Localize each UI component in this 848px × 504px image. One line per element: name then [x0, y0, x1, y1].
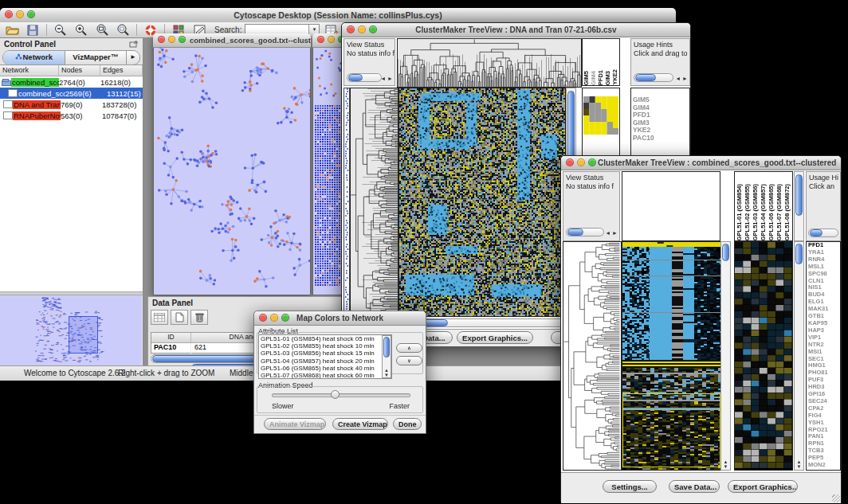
column-label: GIM5	[583, 71, 590, 85]
scroll-thumb[interactable]	[348, 74, 363, 81]
attribute-item[interactable]: GPL51-04 (GSM857) heat shock 20 min	[259, 357, 391, 365]
view-status-title: View Status	[347, 41, 384, 49]
labels-vscrollbar[interactable]	[794, 171, 804, 241]
zoom-in-icon[interactable]	[73, 23, 90, 37]
minimize-icon[interactable]	[270, 314, 278, 322]
create-vizmap-button[interactable]: Create Vizmap	[332, 418, 388, 430]
row-dendrogram[interactable]	[350, 88, 398, 317]
scroll-thumb[interactable]	[722, 244, 729, 261]
attribute-item[interactable]: GPL51-02 (GSM855) heat shock 10 min	[259, 342, 391, 350]
open-folder-icon[interactable]	[3, 23, 21, 37]
scroll-thumb[interactable]	[810, 229, 822, 236]
zoom-window-icon[interactable]	[281, 314, 289, 322]
scroll-thumb[interactable]	[795, 174, 803, 216]
zoom-window-icon[interactable]	[588, 158, 596, 166]
done-button[interactable]: Done	[393, 418, 422, 430]
minimize-icon[interactable]	[577, 158, 585, 166]
attribute-list-scrollbar[interactable]: ▲▼	[382, 335, 391, 378]
zoom-window-icon[interactable]	[179, 36, 186, 43]
heatmap-detail[interactable]	[734, 241, 793, 471]
export-graphics-button[interactable]: Export Graphics...	[457, 331, 533, 344]
col-network[interactable]: Network	[0, 65, 59, 76]
treeview-combined-titlebar[interactable]: ClusterMaker TreeView : combined_scores_…	[561, 156, 841, 170]
tab-overflow-arrow[interactable]: ►	[126, 51, 139, 64]
minimize-icon[interactable]	[16, 10, 24, 18]
close-icon[interactable]	[158, 36, 165, 43]
scroll-thumb[interactable]	[635, 74, 656, 81]
export-graphics-button[interactable]: Export Graphics...	[728, 480, 798, 493]
animate-vizmap-button[interactable]: Animate Vizmap	[264, 418, 326, 430]
main-titlebar[interactable]: Cytoscape Desktop (Session Name: collins…	[0, 8, 676, 23]
scroll-arrows[interactable]: ◄ ►	[605, 230, 618, 236]
table-grid-icon[interactable]	[151, 310, 168, 325]
zoom-window-icon[interactable]	[369, 25, 377, 33]
usage-hints-scrollbar[interactable]	[634, 73, 673, 82]
zoom-window-icon[interactable]	[27, 10, 35, 18]
usage-hints-scrollbar[interactable]	[808, 229, 838, 237]
minimize-icon[interactable]	[168, 36, 175, 43]
scroll-arrows[interactable]: ▲▼	[795, 459, 803, 469]
attribute-item[interactable]: GPL51-03 (GSM856) heat shock 15 min	[259, 350, 391, 357]
save-data-button[interactable]: Save Data...	[669, 480, 720, 493]
settings-button[interactable]: Settings...	[603, 480, 657, 493]
scroll-thumb[interactable]	[567, 229, 583, 236]
attribute-list[interactable]: GPL51-01 (GSM854) heat shock 05 minGPL51…	[258, 334, 392, 379]
attribute-item[interactable]: GPL51-07 (GSM868) heat shock 60 min	[259, 372, 391, 379]
col-edges[interactable]: Edges	[100, 65, 143, 76]
network-row[interactable]: combined_scores_2764(0)16218(0)	[0, 76, 143, 88]
save-icon[interactable]	[24, 23, 41, 37]
birdseye-view[interactable]	[0, 295, 142, 365]
speed-slider-thumb[interactable]	[331, 390, 340, 399]
attribute-item[interactable]: GPL51-01 (GSM854) heat shock 05 min	[259, 335, 391, 342]
minimize-icon[interactable]	[358, 25, 366, 33]
resize-grip[interactable]	[832, 494, 840, 502]
close-icon[interactable]	[347, 25, 355, 33]
zoom-out-icon[interactable]	[52, 23, 69, 37]
gene-label: MON2	[808, 462, 840, 469]
network-row[interactable]: RNAPuberNov2+563(0)107847(0)	[0, 110, 143, 121]
close-icon[interactable]	[259, 314, 267, 322]
attribute-item[interactable]: GPL51-06 (GSM865) heat shock 40 min	[259, 365, 391, 372]
col-nodes[interactable]: Nodes	[59, 65, 100, 76]
treeview-dna-titlebar[interactable]: ClusterMaker TreeView : DNA and Tran 07-…	[342, 23, 690, 37]
network-row[interactable]: combined_sco2569(6)13112(15)	[0, 88, 143, 99]
float-panel-icon[interactable]	[129, 41, 139, 49]
map-colors-titlebar[interactable]: Map Colors to Network	[254, 311, 426, 326]
close-icon[interactable]	[317, 36, 324, 43]
col-id[interactable]: ID	[151, 333, 191, 342]
network-view-titlebar[interactable]: combined_scores_good.txt--cluste...	[153, 33, 311, 48]
speed-slider[interactable]	[272, 393, 410, 397]
tab-vizmapper[interactable]: VizMapper™	[65, 51, 127, 64]
scroll-thumb[interactable]	[795, 244, 803, 264]
zoom-fit-icon[interactable]	[93, 23, 111, 37]
row-dendrogram[interactable]	[563, 241, 622, 471]
toolbar-separator	[136, 24, 137, 36]
close-icon[interactable]	[5, 10, 13, 18]
zoom-selected-icon[interactable]	[114, 23, 132, 37]
view-status-scrollbar[interactable]	[566, 228, 604, 236]
move-up-button[interactable]: ∧	[396, 343, 422, 353]
close-icon[interactable]	[566, 158, 574, 166]
tab-network[interactable]: Network	[3, 51, 65, 64]
folder-icon	[2, 80, 11, 86]
network-row[interactable]: DNA and Tran 07769(0)183728(0)	[0, 99, 143, 110]
scroll-arrows[interactable]: ▲▼	[721, 459, 730, 469]
global-vscrollbar[interactable]: ▲▼	[720, 241, 731, 471]
column-dendrogram[interactable]	[397, 38, 582, 88]
new-file-icon[interactable]	[171, 310, 188, 325]
scroll-arrows[interactable]: ▲▼	[383, 368, 391, 377]
scroll-arrows[interactable]: ◄ ►	[380, 76, 393, 81]
view-status-scrollbar[interactable]	[347, 73, 382, 82]
heatmap-thumbnail[interactable]	[583, 96, 618, 135]
network-canvas[interactable]	[153, 48, 311, 295]
status-hint-zoom: Right-click + drag to ZOOM	[118, 369, 214, 377]
scroll-arrows[interactable]: ◄ ►	[675, 76, 688, 81]
heatmap-global[interactable]	[622, 241, 721, 471]
move-down-button[interactable]: ∨	[396, 356, 422, 365]
column-label: GIM4	[591, 71, 597, 85]
trash-icon[interactable]	[190, 310, 208, 325]
detail-vscrollbar[interactable]: ▲▼	[794, 241, 804, 471]
minimize-icon[interactable]	[328, 36, 335, 43]
heatmap-main[interactable]	[398, 88, 566, 317]
scroll-thumb[interactable]	[383, 337, 390, 357]
